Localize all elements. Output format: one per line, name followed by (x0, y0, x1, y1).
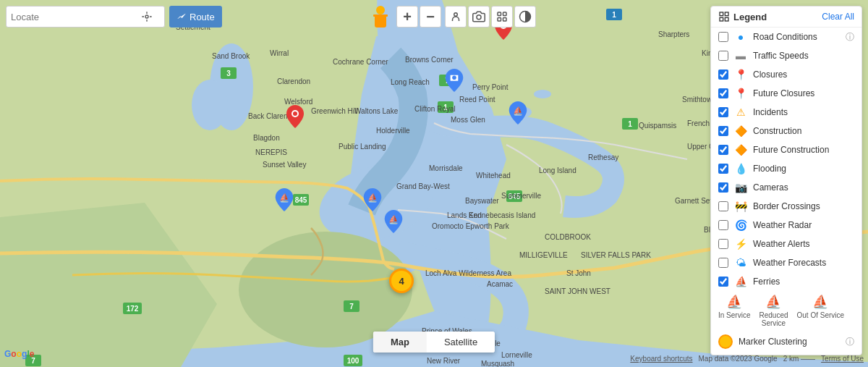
place-label: Bayswater (465, 197, 499, 205)
place-label: New River (427, 357, 460, 365)
place-label: Reed Point (459, 96, 495, 104)
place-label: Oromocto Epworth Park (432, 222, 509, 230)
keyboard-shortcuts-link[interactable]: Keyboard shortcuts (630, 355, 692, 363)
place-label: Lorneville (501, 351, 532, 359)
ferries-checkbox[interactable] (718, 277, 728, 287)
place-label: Browns Corner (405, 56, 454, 64)
construction-label: Construction (753, 126, 854, 136)
flooding-label: Flooding (753, 164, 854, 174)
place-label: Sand Brook (212, 52, 250, 60)
place-label: Sharpters (658, 30, 689, 38)
legend-panel: Legend Clear All ● Road Conditions ⓘ ▬ T… (710, 6, 862, 355)
ferry-marker-4[interactable]: ⛵ (384, 210, 403, 235)
weather-alerts-checkbox[interactable] (718, 239, 728, 249)
marker-clustering-row: Marker Clustering ⓘ (711, 332, 861, 355)
legend-item-road-conditions: ● Road Conditions ⓘ (711, 28, 861, 46)
cameras-label: Cameras (753, 182, 854, 193)
camera-button[interactable] (468, 6, 490, 28)
place-label: COLDBROOK (545, 233, 591, 241)
clear-all-button[interactable]: Clear All (822, 12, 854, 22)
future-construction-checkbox[interactable] (718, 145, 728, 155)
satellite-toggle-button[interactable] (491, 6, 513, 28)
closure-marker-2[interactable] (286, 105, 304, 130)
legend-title-text: Legend (733, 12, 767, 22)
map-mode-button[interactable]: Map (373, 332, 427, 353)
route-button[interactable]: Route (169, 6, 222, 28)
svg-text:7: 7 (349, 303, 354, 311)
camera-marker-1[interactable] (445, 69, 464, 94)
place-label: Quispamsis (639, 122, 676, 130)
construction-checkbox[interactable] (718, 126, 728, 136)
search-box[interactable] (6, 6, 165, 28)
zoom-controls: + − (396, 6, 441, 28)
legend-item-construction: 🔶 Construction (711, 122, 861, 140)
ferry-marker-3[interactable]: ⛵ (363, 188, 382, 214)
satellite-mode-button[interactable]: Satellite (427, 332, 495, 353)
map-data-text: Map data ©2023 Google (699, 355, 778, 363)
locate-button[interactable] (141, 11, 153, 22)
svg-text:1: 1 (628, 120, 632, 128)
zoom-out-button[interactable]: − (420, 6, 441, 28)
svg-text:⛵: ⛵ (367, 193, 378, 203)
cluster-marker[interactable]: 4 (389, 269, 414, 293)
ferry-in-service: ⛵ In Service (718, 294, 750, 319)
place-label: Public Landing (339, 143, 386, 151)
svg-rect-49 (498, 18, 501, 22)
svg-rect-65 (725, 17, 728, 21)
traffic-speeds-checkbox[interactable] (718, 51, 728, 61)
border-crossings-checkbox[interactable] (718, 201, 728, 211)
closures-label: Closures (753, 69, 854, 80)
place-label: Musquash (481, 360, 514, 367)
future-closures-checkbox[interactable] (718, 88, 728, 98)
legend-item-border-crossings: 🚧 Border Crossings (711, 197, 861, 216)
weather-radar-checkbox[interactable] (718, 220, 728, 230)
incidents-label: Incidents (753, 107, 854, 117)
marker-clustering-info[interactable]: ⓘ (846, 336, 854, 348)
weather-alerts-label: Weather Alerts (753, 239, 854, 249)
terms-link[interactable]: Terms of Use (821, 355, 864, 363)
place-label: NEREPIS (255, 148, 287, 156)
svg-point-40 (145, 15, 148, 18)
svg-text:172: 172 (127, 305, 139, 313)
zoom-in-button[interactable]: + (396, 6, 418, 28)
legend-item-weather-radar: 🌀 Weather Radar (711, 216, 861, 235)
legend-item-weather-forecasts: 🌤 Weather Forecasts (711, 253, 861, 272)
place-label: Holderville (376, 127, 410, 135)
cameras-checkbox[interactable] (718, 182, 728, 193)
ferry-marker-2[interactable]: ⛵ (275, 188, 294, 214)
contrast-button[interactable] (514, 6, 536, 28)
svg-point-55 (293, 111, 297, 116)
legend-item-weather-alerts: ⚡ Weather Alerts (711, 235, 861, 253)
road-conditions-info[interactable]: ⓘ (846, 31, 854, 43)
road-conditions-checkbox[interactable] (718, 32, 728, 42)
pegman-control[interactable] (370, 6, 391, 28)
svg-point-57 (452, 75, 456, 80)
ferry-marker-1[interactable]: ⛵ (509, 101, 527, 127)
place-label: Long Reach (391, 78, 430, 86)
place-label: Acamac (487, 280, 513, 288)
street-view-button[interactable] (445, 6, 467, 28)
place-label: Greenwich Hill (311, 107, 357, 115)
svg-point-10 (239, 232, 412, 347)
ferry-out-of-service-icon: ⛵ (812, 294, 828, 310)
incidents-checkbox[interactable] (718, 107, 728, 117)
future-construction-label: Future Construction (753, 145, 854, 155)
closures-checkbox[interactable] (718, 69, 728, 80)
cluster-circle-icon (718, 334, 733, 349)
svg-text:1: 1 (612, 11, 616, 19)
svg-point-45 (454, 13, 458, 17)
svg-text:3: 3 (226, 69, 231, 77)
legend-icon (718, 11, 730, 22)
search-input[interactable] (11, 12, 141, 22)
weather-alerts-icon: ⚡ (734, 237, 747, 250)
place-label: SILVER FALLS PARK (581, 251, 651, 259)
ferry-reduced-service-icon: ⛵ (765, 294, 781, 310)
legend-item-future-construction: 🔶 Future Construction (711, 140, 861, 159)
scale-text: 2 km —— (783, 355, 815, 363)
svg-rect-44 (382, 14, 388, 17)
flooding-checkbox[interactable] (718, 164, 728, 174)
svg-rect-62 (720, 12, 723, 16)
weather-forecasts-checkbox[interactable] (718, 258, 728, 268)
svg-rect-63 (725, 12, 728, 16)
svg-rect-50 (503, 18, 507, 22)
